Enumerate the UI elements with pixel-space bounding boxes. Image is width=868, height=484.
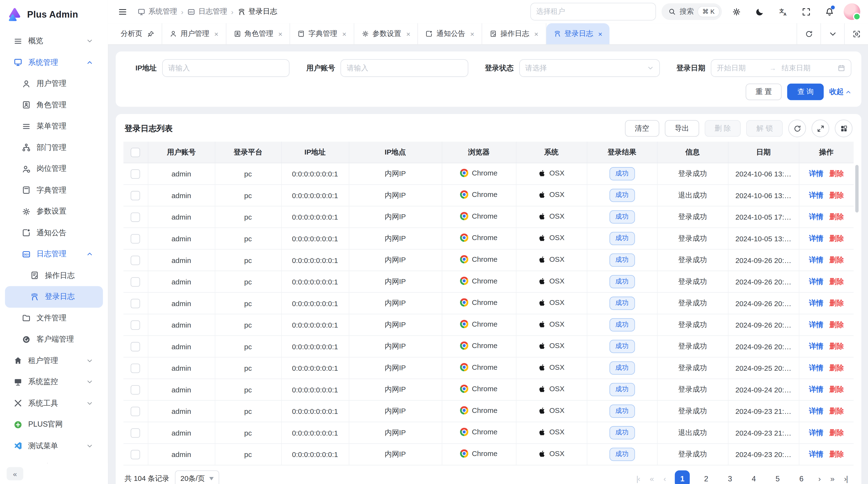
row-checkbox[interactable]	[131, 234, 140, 243]
sidebar-item-test-menu[interactable]: 测试菜单	[5, 435, 103, 456]
sidebar-item-param-settings[interactable]: 参数设置	[5, 201, 103, 222]
delete-link[interactable]: 删除	[830, 428, 844, 437]
detail-link[interactable]: 详情	[809, 450, 824, 458]
row-checkbox[interactable]	[131, 212, 140, 222]
delete-link[interactable]: 删除	[830, 363, 844, 372]
detail-link[interactable]: 详情	[809, 385, 824, 393]
sidebar-item-dict-mgmt[interactable]: 字典管理	[5, 180, 103, 201]
settings-button[interactable]	[727, 3, 745, 20]
expand-table-button[interactable]	[812, 120, 829, 137]
detail-link[interactable]: 详情	[809, 234, 824, 242]
language-button[interactable]: 文A	[774, 3, 792, 20]
sidebar-item-dept-mgmt[interactable]: 部门管理	[5, 137, 103, 158]
sidebar-item-file-mgmt[interactable]: 文件管理	[5, 307, 103, 328]
page-number-2[interactable]: 2	[699, 471, 714, 484]
global-search[interactable]: 搜索 ⌘ K	[661, 3, 722, 20]
tab-list-chevron-button[interactable]	[820, 23, 844, 44]
delete-link[interactable]: 删除	[830, 342, 844, 350]
delete-link[interactable]: 删除	[830, 256, 844, 264]
select-all-checkbox[interactable]	[131, 148, 140, 157]
tab-close-icon[interactable]: ×	[534, 30, 538, 38]
tab-close-icon[interactable]: ×	[278, 30, 282, 38]
sidebar-collapse-button[interactable]: «	[7, 467, 23, 480]
login-status-select[interactable]: 请选择	[519, 59, 660, 77]
column-settings-button[interactable]	[835, 120, 852, 137]
refresh-table-button[interactable]	[788, 120, 806, 137]
sidebar-item-workflow[interactable]: 工作流	[5, 456, 103, 463]
theme-toggle-button[interactable]	[751, 3, 768, 20]
page-number-4[interactable]: 4	[746, 471, 761, 484]
detail-link[interactable]: 详情	[809, 256, 824, 264]
sidebar-item-login-log[interactable]: 登录日志	[5, 286, 103, 307]
sidebar-item-operation-log[interactable]: 操作日志	[5, 265, 103, 286]
row-checkbox[interactable]	[131, 277, 140, 286]
collapse-filters-link[interactable]: 收起	[829, 87, 851, 97]
sidebar-item-system-monitor[interactable]: 系统监控	[5, 372, 103, 393]
sidebar-item-client-mgmt[interactable]: 客户端管理	[5, 329, 103, 350]
delete-link[interactable]: 删除	[830, 385, 844, 393]
row-checkbox[interactable]	[131, 256, 140, 265]
search-button[interactable]: 查 询	[787, 84, 824, 100]
delete-link[interactable]: 删除	[830, 299, 844, 307]
row-checkbox[interactable]	[131, 169, 140, 179]
row-checkbox[interactable]	[131, 320, 140, 329]
tab-login-log[interactable]: 登录日志×	[546, 23, 610, 44]
detail-link[interactable]: 详情	[809, 342, 824, 350]
delete-link[interactable]: 删除	[830, 169, 844, 178]
user-account-input[interactable]: 请输入	[341, 59, 468, 77]
sidebar-pin-icon[interactable]	[92, 469, 101, 478]
notifications-button[interactable]	[820, 3, 838, 20]
page-number-3[interactable]: 3	[723, 471, 738, 484]
row-checkbox[interactable]	[131, 407, 140, 416]
delete-link[interactable]: 删除	[830, 277, 844, 285]
sidebar-item-tenant-mgmt[interactable]: 租户管理	[5, 350, 103, 371]
sidebar-item-overview[interactable]: 概览	[5, 30, 103, 52]
row-checkbox[interactable]	[131, 450, 140, 459]
detail-link[interactable]: 详情	[809, 191, 824, 199]
refresh-tab-button[interactable]	[797, 23, 820, 44]
delete-link[interactable]: 删除	[830, 450, 844, 458]
delete-link[interactable]: 删除	[830, 320, 844, 328]
tab-close-icon[interactable]: ×	[214, 30, 218, 38]
tab-close-icon[interactable]: ×	[406, 30, 410, 38]
tab-dict-mgmt[interactable]: 字典管理×	[290, 23, 354, 44]
page-number-5[interactable]: 5	[770, 471, 785, 484]
row-checkbox[interactable]	[131, 428, 140, 438]
sidebar-item-plus-site[interactable]: PLUS官网	[5, 414, 103, 435]
export-button[interactable]: 导出	[665, 120, 699, 137]
detail-link[interactable]: 详情	[809, 169, 824, 178]
content-fullscreen-button[interactable]	[844, 23, 868, 44]
tab-user-mgmt[interactable]: 用户管理×	[162, 23, 226, 44]
tab-notice[interactable]: 通知公告×	[418, 23, 482, 44]
sidebar-item-user-mgmt[interactable]: 用户管理	[5, 73, 103, 94]
detail-link[interactable]: 详情	[809, 277, 824, 285]
tab-close-icon[interactable]: ×	[470, 30, 474, 38]
hamburger-icon[interactable]	[118, 7, 127, 17]
sidebar-item-menu-mgmt[interactable]: 菜单管理	[5, 116, 103, 137]
detail-link[interactable]: 详情	[809, 320, 824, 328]
delete-link[interactable]: 删除	[830, 191, 844, 199]
avatar[interactable]	[844, 3, 860, 20]
fullscreen-button[interactable]	[797, 3, 815, 20]
breadcrumb-item[interactable]: 系统管理	[137, 7, 177, 17]
delete-link[interactable]: 删除	[830, 407, 844, 415]
delete-link[interactable]: 删除	[830, 213, 844, 221]
row-checkbox[interactable]	[131, 342, 140, 351]
sidebar-item-role-mgmt[interactable]: 角色管理	[5, 94, 103, 116]
sidebar-item-system-tools[interactable]: 系统工具	[5, 393, 103, 414]
table-scrollbar[interactable]	[855, 165, 859, 212]
page-size-select[interactable]: 20条/页	[175, 471, 219, 484]
page-next-button[interactable]: ›	[818, 474, 820, 483]
page-number-1[interactable]: 1	[675, 471, 690, 484]
row-checkbox[interactable]	[131, 363, 140, 373]
clear-button[interactable]: 清空	[625, 120, 659, 137]
row-checkbox[interactable]	[131, 385, 140, 394]
tab-operation-log[interactable]: 操作日志×	[482, 23, 546, 44]
tenant-select[interactable]: 选择租户	[530, 3, 656, 20]
page-last-button[interactable]: ›|	[844, 474, 847, 483]
page-number-6[interactable]: 6	[794, 471, 809, 484]
reset-button[interactable]: 重 置	[745, 84, 782, 100]
ip-address-input[interactable]: 请输入	[162, 59, 290, 77]
sidebar-item-post-mgmt[interactable]: 岗位管理	[5, 158, 103, 180]
tab-role-mgmt[interactable]: 角色管理×	[226, 23, 290, 44]
